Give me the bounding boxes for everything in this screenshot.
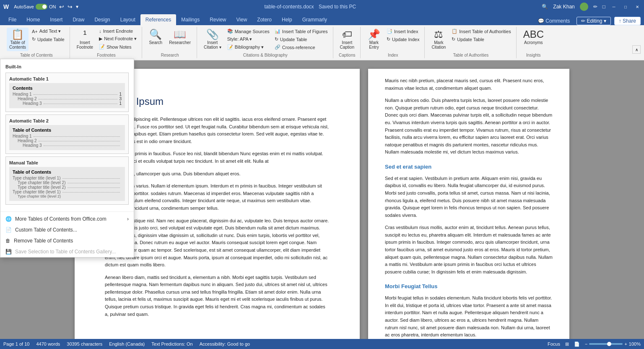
editing-button[interactable]: ✏ Editing ▾ [576, 17, 610, 25]
add-text-label: Add Text ▾ [39, 29, 61, 34]
researcher-button[interactable]: 📖 Researcher [166, 28, 193, 47]
dropdown-builtin-section: Built-In Automatic Table 1 Contents Head… [0, 59, 134, 210]
tab-review[interactable]: Review [205, 14, 231, 25]
show-notes-button[interactable]: 📝 Show Notes [97, 43, 138, 50]
automatic-table-1-option[interactable]: Automatic Table 1 Contents Heading 11 He… [5, 73, 129, 112]
update-table-button[interactable]: ↻ Update Table [30, 36, 66, 43]
ribbon-edit-icon[interactable]: ✏ [593, 4, 597, 10]
zoom-control[interactable]: − + 100% [585, 341, 641, 346]
zoom-in-button[interactable]: + [624, 341, 627, 346]
manual-table-preview: Table of Contents Type chapter title (le… [9, 167, 125, 201]
view-mode-icon[interactable]: ⊞ [565, 341, 569, 347]
insert-caption-button[interactable]: 🏷 InsertCaption [338, 28, 357, 51]
bibliography-button[interactable]: 📝 Bibliography ▾ [226, 44, 271, 51]
save-toc-label: Save Selection to Table of Contents Gall… [15, 249, 116, 255]
tab-references[interactable]: References [140, 14, 176, 25]
tab-zotero[interactable]: Zotero [252, 14, 277, 25]
tab-layout[interactable]: Layout [115, 14, 140, 25]
update-table-icon: ↻ [32, 36, 36, 42]
zoom-out-button[interactable]: − [585, 341, 587, 346]
update-index-button[interactable]: ↻ Update Index [385, 36, 421, 43]
mark-entry-label: MarkEntry [369, 40, 379, 49]
tab-mailings[interactable]: Mailings [176, 14, 205, 25]
update-toa-icon: ↻ [452, 36, 455, 42]
redo-icon[interactable]: ↪ [68, 3, 73, 10]
ribbon-group-footnotes: ¹ InsertFootnote ↓ Insert Endnote ▶ Next… [71, 27, 143, 58]
update-table-citations-button[interactable]: ↻ Update Table [273, 36, 330, 43]
search-button[interactable]: 🔍 Search [146, 28, 165, 47]
comments-button[interactable]: 💬 Comments [535, 17, 573, 25]
mark-entry-icon: 📌 [368, 29, 380, 39]
print-layout-icon[interactable]: 📄 [574, 341, 580, 347]
undo-icon[interactable]: ↩ [59, 3, 64, 10]
manage-sources-button[interactable]: 📚 Manage Sources [226, 28, 271, 35]
toa-group-label: Table of Authorities [429, 51, 512, 57]
maximize-btn[interactable]: □ [622, 3, 629, 10]
insert-table-figures-button[interactable]: 📊 Insert Table of Figures [273, 28, 330, 35]
insert-citation-button[interactable]: 📎 InsertCitation ▾ [201, 28, 224, 51]
focus-button[interactable]: Focus [548, 341, 560, 346]
acronyms-button[interactable]: ABC Acronyms [521, 28, 546, 47]
mark-citation-button[interactable]: ⚖ MarkCitation [429, 28, 448, 51]
table-of-contents-button[interactable]: 📋 Table ofContents [7, 28, 29, 51]
autosave-switch[interactable] [36, 4, 47, 10]
insert-toa-button[interactable]: 📋 Insert Table of Authorities [450, 28, 512, 35]
page-body-2[interactable]: Mauris nec nibh pretium, placerat mauris… [385, 77, 553, 349]
toc-buttons: 📋 Table ofContents A+ Add Text ▾ ↻ Updat… [7, 28, 66, 51]
autosave-toggle[interactable]: AutoSave ON [14, 4, 56, 10]
style-label: Style: APA ▾ [227, 36, 252, 42]
manage-sources-label: Manage Sources [235, 29, 270, 34]
add-text-icon: A+ [32, 29, 38, 34]
endnote-buttons: ↓ Insert Endnote ▶ Next Footnote ▾ 📝 Sho… [97, 28, 138, 50]
more-icon[interactable]: ▾ [76, 4, 78, 10]
citations-group-label: Citations & Bibliography [201, 51, 330, 57]
cross-reference-button[interactable]: 🔗 Cross-reference [273, 44, 330, 51]
automatic-table-2-option[interactable]: Automatic Table 2 Table of Contents Head… [5, 115, 129, 154]
share-button[interactable]: ↑ Share [614, 17, 641, 25]
tab-help[interactable]: Help [277, 14, 297, 25]
manual-table-option[interactable]: Manual Table Table of Contents Type chap… [5, 156, 129, 205]
auto-table2-preview: Table of Contents Heading 1 Heading 2 He… [9, 125, 125, 150]
mark-entry-button[interactable]: 📌 MarkEntry [365, 28, 383, 51]
custom-toc-item[interactable]: 📄 Custom Table of Contents... [0, 224, 134, 235]
toc-sub-buttons: A+ Add Text ▾ ↻ Update Table [30, 28, 66, 43]
tab-file[interactable]: File [3, 14, 21, 25]
insert-index-button[interactable]: 📑 Insert Index [385, 28, 421, 35]
captions-buttons: 🏷 InsertCaption [338, 28, 357, 51]
user-avatar [580, 3, 588, 11]
dropdown-divider1 [0, 211, 134, 212]
search-icon[interactable]: 🔍 [542, 4, 548, 10]
citation-label: InsertCitation ▾ [204, 40, 221, 49]
next-footnote-button[interactable]: ▶ Next Footnote ▾ [97, 35, 138, 42]
auto-table2-item3: Heading 3 [23, 143, 122, 148]
title-bar-left: W AutoSave ON ↩ ↪ ▾ [3, 3, 78, 10]
insert-index-label: Insert Index [394, 29, 418, 34]
custom-toc-icon: 📄 [5, 227, 12, 233]
text-predictions: Text Predictions: On [151, 341, 192, 346]
update-toa-button[interactable]: ↻ Update Table [450, 36, 512, 43]
add-text-button[interactable]: A+ Add Text ▾ [30, 28, 66, 35]
window-share-icon[interactable]: □ [602, 4, 605, 10]
zoom-slider[interactable] [589, 343, 623, 345]
tab-home[interactable]: Home [21, 14, 45, 25]
tab-view[interactable]: View [231, 14, 252, 25]
tab-draw[interactable]: Draw [68, 14, 89, 25]
more-toc-item[interactable]: 🌐 More Tables of Contents from Office.co… [0, 214, 134, 224]
tab-insert[interactable]: Insert [45, 14, 68, 25]
citations-sub: 📚 Manage Sources Style: APA ▾ 📝 Bibliogr… [226, 28, 271, 51]
section-heading-2: Morbi Feugiat Tellus [385, 282, 553, 291]
tab-grammarly[interactable]: Grammarly [297, 14, 332, 25]
auto-table2-title: Automatic Table 2 [9, 118, 125, 123]
toc-label: Table ofContents [9, 40, 26, 49]
style-selector[interactable]: Style: APA ▾ [226, 36, 271, 43]
insert-endnote-button[interactable]: ↓ Insert Endnote [97, 28, 138, 34]
close-btn[interactable]: ✕ [634, 3, 641, 10]
manual-item5: Type chapter title (level 2) [18, 194, 122, 198]
ribbon-collapse-button[interactable]: ∧ [632, 45, 641, 54]
page-body-1[interactable]: consectetur adipiscing elit. Pellentesqu… [105, 116, 330, 318]
insert-footnote-button[interactable]: ¹ InsertFootnote [74, 28, 96, 51]
tab-design[interactable]: Design [89, 14, 115, 25]
minimize-btn[interactable]: ─ [610, 3, 617, 10]
remove-toc-item[interactable]: 🗑 Remove Table of Contents [0, 235, 134, 246]
research-buttons: 🔍 Search 📖 Researcher [146, 28, 193, 51]
